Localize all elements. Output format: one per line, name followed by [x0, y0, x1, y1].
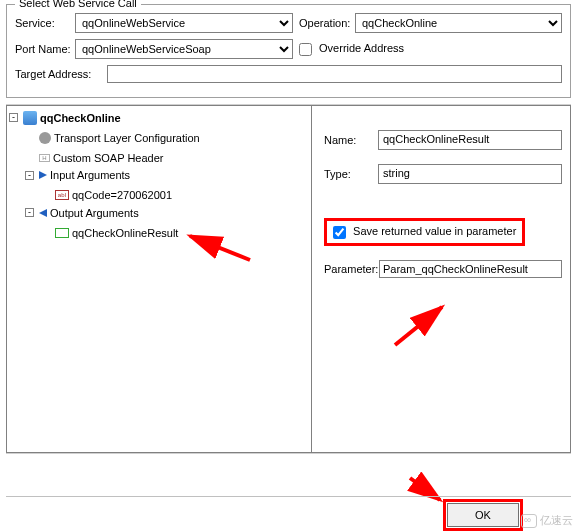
watermark-icon — [521, 514, 537, 528]
service-icon — [23, 111, 37, 125]
tree-qqcode[interactable]: abI qqCode=270062001 — [41, 187, 172, 203]
tree-soap-header[interactable]: H Custom SOAP Header — [25, 150, 163, 166]
port-name-dropdown[interactable]: qqOnlineWebServiceSoap — [75, 39, 293, 59]
save-returned-input[interactable] — [333, 226, 346, 239]
name-value: qqCheckOnlineResult — [378, 130, 562, 150]
row-port-override: Port Name: qqOnlineWebServiceSoap Overri… — [15, 39, 562, 59]
ok-button[interactable]: OK — [447, 503, 519, 527]
split-pane: - qqCheckOnline Transport Layer Configur… — [6, 104, 571, 454]
collapse-icon[interactable]: - — [25, 208, 34, 217]
collapse-icon[interactable]: - — [9, 113, 18, 122]
parameter-label: Parameter: — [324, 263, 379, 275]
tree-output-arguments[interactable]: - Output Arguments — [25, 205, 139, 221]
type-label: Type: — [324, 168, 378, 180]
fieldset-title: Select Web Service Call — [15, 0, 141, 9]
parameter-row: Parameter: — [324, 260, 562, 278]
save-returned-checkbox[interactable]: Save returned value in parameter — [333, 225, 516, 239]
watermark: 亿速云 — [521, 513, 573, 528]
arrow-out-icon — [39, 209, 47, 217]
target-address-input[interactable] — [107, 65, 562, 83]
service-label: Service: — [15, 17, 75, 29]
parameter-input[interactable] — [379, 260, 562, 278]
details-pane: Name: qqCheckOnlineResult Type: string S… — [312, 105, 571, 453]
operation-label: Operation: — [299, 17, 355, 29]
tree-transport-layer[interactable]: Transport Layer Configuration — [25, 130, 200, 146]
operation-dropdown[interactable]: qqCheckOnline — [355, 13, 562, 33]
gear-icon — [39, 132, 51, 144]
collapse-icon[interactable]: - — [25, 171, 34, 180]
detail-name-row: Name: qqCheckOnlineResult — [324, 130, 562, 150]
row-service-operation: Service: qqOnlineWebService Operation: q… — [15, 13, 562, 33]
header-icon: H — [39, 154, 50, 162]
select-call-fieldset: Select Web Service Call Service: qqOnlin… — [6, 4, 571, 98]
tree-result-item[interactable]: qqCheckOnlineResult — [41, 225, 178, 241]
ok-highlight: OK — [443, 499, 523, 531]
port-name-label: Port Name: — [15, 43, 75, 55]
target-address-label: Target Address: — [15, 68, 103, 80]
override-address-checkbox[interactable]: Override Address — [299, 42, 404, 56]
result-icon — [55, 228, 69, 238]
override-address-input[interactable] — [299, 43, 312, 56]
service-dropdown[interactable]: qqOnlineWebService — [75, 13, 293, 33]
name-label: Name: — [324, 134, 378, 146]
type-value: string — [378, 164, 562, 184]
row-target-address: Target Address: — [15, 65, 562, 83]
tree-input-arguments[interactable]: - Input Arguments — [25, 167, 130, 183]
bottom-bar: OK — [6, 496, 571, 532]
arrow-in-icon — [39, 171, 47, 179]
save-returned-highlight: Save returned value in parameter — [324, 218, 525, 246]
detail-type-row: Type: string — [324, 164, 562, 184]
abc-icon: abI — [55, 190, 69, 200]
tree-root[interactable]: - qqCheckOnline — [9, 110, 121, 126]
tree-pane[interactable]: - qqCheckOnline Transport Layer Configur… — [6, 105, 312, 453]
